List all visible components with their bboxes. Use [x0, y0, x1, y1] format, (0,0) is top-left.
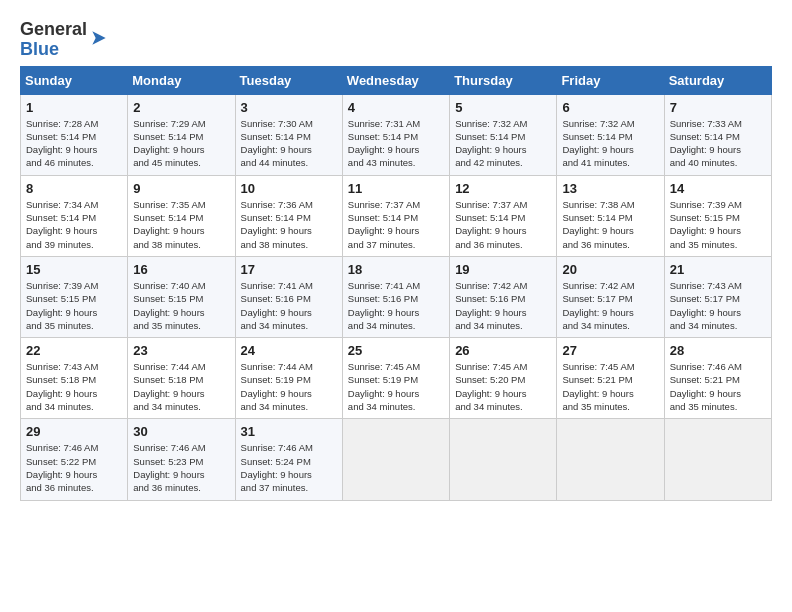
cell-info: Sunrise: 7:37 AM Sunset: 5:14 PM Dayligh… — [348, 198, 444, 251]
calendar-cell: 5Sunrise: 7:32 AM Sunset: 5:14 PM Daylig… — [450, 94, 557, 175]
cell-info: Sunrise: 7:41 AM Sunset: 5:16 PM Dayligh… — [241, 279, 337, 332]
weekday-header: Wednesday — [342, 66, 449, 94]
day-number: 25 — [348, 343, 444, 358]
day-number: 15 — [26, 262, 122, 277]
calendar-cell: 24Sunrise: 7:44 AM Sunset: 5:19 PM Dayli… — [235, 338, 342, 419]
day-number: 21 — [670, 262, 766, 277]
cell-info: Sunrise: 7:41 AM Sunset: 5:16 PM Dayligh… — [348, 279, 444, 332]
calendar-cell: 4Sunrise: 7:31 AM Sunset: 5:14 PM Daylig… — [342, 94, 449, 175]
cell-info: Sunrise: 7:46 AM Sunset: 5:23 PM Dayligh… — [133, 441, 229, 494]
calendar-cell: 30Sunrise: 7:46 AM Sunset: 5:23 PM Dayli… — [128, 419, 235, 500]
calendar-cell: 11Sunrise: 7:37 AM Sunset: 5:14 PM Dayli… — [342, 175, 449, 256]
calendar-cell: 15Sunrise: 7:39 AM Sunset: 5:15 PM Dayli… — [21, 256, 128, 337]
logo-general: General — [20, 19, 87, 39]
calendar-cell: 18Sunrise: 7:41 AM Sunset: 5:16 PM Dayli… — [342, 256, 449, 337]
cell-info: Sunrise: 7:45 AM Sunset: 5:20 PM Dayligh… — [455, 360, 551, 413]
cell-info: Sunrise: 7:43 AM Sunset: 5:17 PM Dayligh… — [670, 279, 766, 332]
weekday-header: Saturday — [664, 66, 771, 94]
day-number: 7 — [670, 100, 766, 115]
day-number: 11 — [348, 181, 444, 196]
cell-info: Sunrise: 7:39 AM Sunset: 5:15 PM Dayligh… — [26, 279, 122, 332]
logo: General Blue — [20, 20, 109, 60]
day-number: 24 — [241, 343, 337, 358]
calendar-cell: 9Sunrise: 7:35 AM Sunset: 5:14 PM Daylig… — [128, 175, 235, 256]
cell-info: Sunrise: 7:31 AM Sunset: 5:14 PM Dayligh… — [348, 117, 444, 170]
calendar-cell: 1Sunrise: 7:28 AM Sunset: 5:14 PM Daylig… — [21, 94, 128, 175]
calendar-week-row: 22Sunrise: 7:43 AM Sunset: 5:18 PM Dayli… — [21, 338, 772, 419]
cell-info: Sunrise: 7:46 AM Sunset: 5:21 PM Dayligh… — [670, 360, 766, 413]
day-number: 29 — [26, 424, 122, 439]
calendar-week-row: 29Sunrise: 7:46 AM Sunset: 5:22 PM Dayli… — [21, 419, 772, 500]
calendar-cell: 8Sunrise: 7:34 AM Sunset: 5:14 PM Daylig… — [21, 175, 128, 256]
calendar-cell: 7Sunrise: 7:33 AM Sunset: 5:14 PM Daylig… — [664, 94, 771, 175]
calendar-cell: 28Sunrise: 7:46 AM Sunset: 5:21 PM Dayli… — [664, 338, 771, 419]
cell-info: Sunrise: 7:34 AM Sunset: 5:14 PM Dayligh… — [26, 198, 122, 251]
calendar-cell: 3Sunrise: 7:30 AM Sunset: 5:14 PM Daylig… — [235, 94, 342, 175]
day-number: 3 — [241, 100, 337, 115]
day-number: 19 — [455, 262, 551, 277]
svg-marker-0 — [92, 31, 105, 44]
calendar-week-row: 8Sunrise: 7:34 AM Sunset: 5:14 PM Daylig… — [21, 175, 772, 256]
cell-info: Sunrise: 7:29 AM Sunset: 5:14 PM Dayligh… — [133, 117, 229, 170]
day-number: 1 — [26, 100, 122, 115]
day-number: 2 — [133, 100, 229, 115]
calendar-cell: 29Sunrise: 7:46 AM Sunset: 5:22 PM Dayli… — [21, 419, 128, 500]
day-number: 18 — [348, 262, 444, 277]
calendar-cell: 17Sunrise: 7:41 AM Sunset: 5:16 PM Dayli… — [235, 256, 342, 337]
calendar-cell: 21Sunrise: 7:43 AM Sunset: 5:17 PM Dayli… — [664, 256, 771, 337]
calendar-cell — [557, 419, 664, 500]
cell-info: Sunrise: 7:44 AM Sunset: 5:18 PM Dayligh… — [133, 360, 229, 413]
day-number: 12 — [455, 181, 551, 196]
calendar-cell: 20Sunrise: 7:42 AM Sunset: 5:17 PM Dayli… — [557, 256, 664, 337]
day-number: 14 — [670, 181, 766, 196]
logo-icon — [89, 28, 109, 48]
day-number: 31 — [241, 424, 337, 439]
day-number: 8 — [26, 181, 122, 196]
cell-info: Sunrise: 7:46 AM Sunset: 5:22 PM Dayligh… — [26, 441, 122, 494]
calendar-table: SundayMondayTuesdayWednesdayThursdayFrid… — [20, 66, 772, 501]
calendar-cell — [342, 419, 449, 500]
cell-info: Sunrise: 7:42 AM Sunset: 5:17 PM Dayligh… — [562, 279, 658, 332]
cell-info: Sunrise: 7:40 AM Sunset: 5:15 PM Dayligh… — [133, 279, 229, 332]
cell-info: Sunrise: 7:39 AM Sunset: 5:15 PM Dayligh… — [670, 198, 766, 251]
weekday-header: Tuesday — [235, 66, 342, 94]
day-number: 22 — [26, 343, 122, 358]
weekday-header: Sunday — [21, 66, 128, 94]
cell-info: Sunrise: 7:30 AM Sunset: 5:14 PM Dayligh… — [241, 117, 337, 170]
day-number: 10 — [241, 181, 337, 196]
cell-info: Sunrise: 7:33 AM Sunset: 5:14 PM Dayligh… — [670, 117, 766, 170]
calendar-cell: 25Sunrise: 7:45 AM Sunset: 5:19 PM Dayli… — [342, 338, 449, 419]
cell-info: Sunrise: 7:43 AM Sunset: 5:18 PM Dayligh… — [26, 360, 122, 413]
day-number: 16 — [133, 262, 229, 277]
calendar-cell — [450, 419, 557, 500]
day-number: 9 — [133, 181, 229, 196]
cell-info: Sunrise: 7:32 AM Sunset: 5:14 PM Dayligh… — [562, 117, 658, 170]
logo-blue: Blue — [20, 39, 59, 59]
calendar-cell: 10Sunrise: 7:36 AM Sunset: 5:14 PM Dayli… — [235, 175, 342, 256]
weekday-header: Friday — [557, 66, 664, 94]
day-number: 6 — [562, 100, 658, 115]
calendar-cell: 16Sunrise: 7:40 AM Sunset: 5:15 PM Dayli… — [128, 256, 235, 337]
calendar-header-row: SundayMondayTuesdayWednesdayThursdayFrid… — [21, 66, 772, 94]
cell-info: Sunrise: 7:46 AM Sunset: 5:24 PM Dayligh… — [241, 441, 337, 494]
day-number: 13 — [562, 181, 658, 196]
cell-info: Sunrise: 7:28 AM Sunset: 5:14 PM Dayligh… — [26, 117, 122, 170]
weekday-header: Thursday — [450, 66, 557, 94]
day-number: 4 — [348, 100, 444, 115]
cell-info: Sunrise: 7:42 AM Sunset: 5:16 PM Dayligh… — [455, 279, 551, 332]
calendar-cell: 13Sunrise: 7:38 AM Sunset: 5:14 PM Dayli… — [557, 175, 664, 256]
calendar-cell: 12Sunrise: 7:37 AM Sunset: 5:14 PM Dayli… — [450, 175, 557, 256]
day-number: 27 — [562, 343, 658, 358]
day-number: 17 — [241, 262, 337, 277]
calendar-cell — [664, 419, 771, 500]
calendar-cell: 31Sunrise: 7:46 AM Sunset: 5:24 PM Dayli… — [235, 419, 342, 500]
day-number: 5 — [455, 100, 551, 115]
cell-info: Sunrise: 7:38 AM Sunset: 5:14 PM Dayligh… — [562, 198, 658, 251]
cell-info: Sunrise: 7:45 AM Sunset: 5:21 PM Dayligh… — [562, 360, 658, 413]
day-number: 26 — [455, 343, 551, 358]
weekday-header: Monday — [128, 66, 235, 94]
cell-info: Sunrise: 7:35 AM Sunset: 5:14 PM Dayligh… — [133, 198, 229, 251]
calendar-cell: 27Sunrise: 7:45 AM Sunset: 5:21 PM Dayli… — [557, 338, 664, 419]
day-number: 30 — [133, 424, 229, 439]
calendar-cell: 19Sunrise: 7:42 AM Sunset: 5:16 PM Dayli… — [450, 256, 557, 337]
